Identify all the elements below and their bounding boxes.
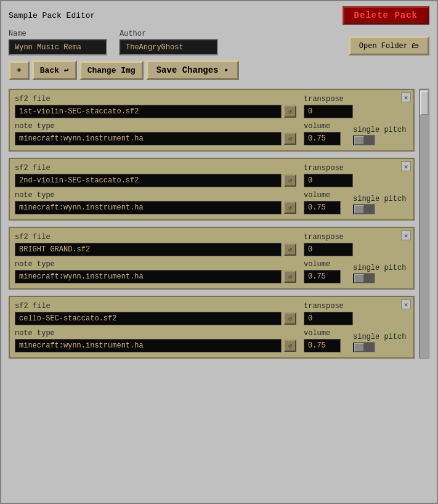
content-area: ✕ sf2 file ↺ note type [1, 83, 437, 365]
note-type-label-3: note type [15, 329, 296, 338]
fields-row: Name Author Open Folder 🗁 [1, 27, 437, 58]
note-type-input-1[interactable] [15, 201, 282, 214]
transpose-input-1[interactable] [304, 174, 353, 187]
toggle-knob-3 [354, 343, 364, 352]
note-type-label-0: note type [15, 122, 296, 131]
volume-input-0[interactable] [304, 132, 341, 145]
window-title: Sample Pack Editor [9, 11, 95, 20]
toggle-knob-2 [354, 274, 364, 283]
sf2-input-2[interactable] [15, 243, 282, 256]
transpose-input-0[interactable] [304, 105, 353, 118]
sf2-input-3[interactable] [15, 312, 282, 325]
toggle-knob-1 [354, 205, 364, 214]
sf2-input-1[interactable] [15, 174, 282, 187]
single-pitch-label-3: single pitch [353, 333, 406, 341]
single-pitch-label-0: single pitch [353, 126, 406, 134]
note-type-label-1: note type [15, 191, 296, 200]
name-label: Name [9, 30, 107, 38]
instrument-card: ✕ sf2 file ↺ note type [9, 158, 415, 221]
transpose-label-2: transpose [304, 233, 408, 242]
main-window: Sample Pack Editor Delete Pack Name Auth… [0, 0, 438, 504]
note-cycle-btn-0[interactable]: ↺ [284, 132, 296, 145]
toggle-knob-0 [354, 136, 364, 145]
transpose-input-3[interactable] [304, 312, 353, 325]
volume-input-1[interactable] [304, 201, 341, 214]
note-cycle-btn-2[interactable]: ↺ [284, 270, 296, 283]
sf2-cycle-btn-1[interactable]: ↺ [284, 174, 296, 187]
add-button[interactable]: + [9, 61, 30, 80]
note-type-label-2: note type [15, 260, 296, 269]
close-button-0[interactable]: ✕ [401, 92, 411, 102]
sf2-cycle-btn-2[interactable]: ↺ [284, 243, 296, 256]
transpose-label-3: transpose [304, 302, 408, 311]
folder-icon: 🗁 [412, 41, 419, 51]
save-changes-button[interactable]: Save Changes ▪ [146, 60, 240, 80]
close-button-3[interactable]: ✕ [401, 299, 411, 309]
scrollbar[interactable] [420, 89, 429, 359]
volume-label-3: volume [304, 329, 341, 338]
name-input[interactable] [9, 39, 107, 55]
close-button-1[interactable]: ✕ [401, 161, 411, 171]
single-pitch-toggle-1[interactable] [353, 205, 375, 214]
sf2-label-0: sf2 file [15, 95, 296, 104]
single-pitch-label-2: single pitch [353, 264, 406, 272]
change-img-button[interactable]: Change Img [79, 61, 144, 80]
note-cycle-btn-3[interactable]: ↺ [284, 339, 296, 352]
author-group: Author [120, 30, 218, 55]
instrument-card: ✕ sf2 file ↺ note type [9, 296, 415, 359]
single-pitch-toggle-0[interactable] [353, 136, 375, 145]
note-type-input-2[interactable] [15, 270, 282, 283]
sf2-input-0[interactable] [15, 105, 282, 118]
single-pitch-label-1: single pitch [353, 195, 406, 203]
note-type-input-0[interactable] [15, 132, 282, 145]
sf2-label-3: sf2 file [15, 302, 296, 311]
name-group: Name [9, 30, 107, 55]
sf2-label-2: sf2 file [15, 233, 296, 242]
open-folder-button[interactable]: Open Folder 🗁 [349, 36, 429, 55]
sf2-label-1: sf2 file [15, 164, 296, 173]
volume-label-0: volume [304, 122, 341, 131]
note-cycle-btn-1[interactable]: ↺ [284, 201, 296, 214]
delete-pack-button[interactable]: Delete Pack [343, 6, 429, 25]
sf2-cycle-btn-3[interactable]: ↺ [284, 312, 296, 325]
instruments-list: ✕ sf2 file ↺ note type [9, 89, 415, 359]
title-bar: Sample Pack Editor Delete Pack [1, 1, 437, 27]
single-pitch-toggle-2[interactable] [353, 274, 375, 283]
single-pitch-toggle-3[interactable] [353, 343, 375, 352]
toolbar-row: + Back ↩ Change Img Save Changes ▪ [1, 58, 437, 83]
author-label: Author [120, 30, 218, 38]
volume-label-2: volume [304, 260, 341, 269]
note-type-input-3[interactable] [15, 339, 282, 352]
close-button-2[interactable]: ✕ [401, 230, 411, 240]
instrument-card: ✕ sf2 file ↺ note type [9, 89, 415, 152]
volume-input-3[interactable] [304, 339, 341, 352]
scrollbar-thumb[interactable] [420, 91, 429, 115]
volume-input-2[interactable] [304, 270, 341, 283]
volume-label-1: volume [304, 191, 341, 200]
author-input[interactable] [120, 39, 218, 55]
transpose-input-2[interactable] [304, 243, 353, 256]
transpose-label-1: transpose [304, 164, 408, 173]
transpose-label-0: transpose [304, 95, 408, 104]
back-button[interactable]: Back ↩ [32, 60, 77, 80]
sf2-cycle-btn-0[interactable]: ↺ [284, 105, 296, 118]
instrument-card: ✕ sf2 file ↺ note type [9, 227, 415, 290]
